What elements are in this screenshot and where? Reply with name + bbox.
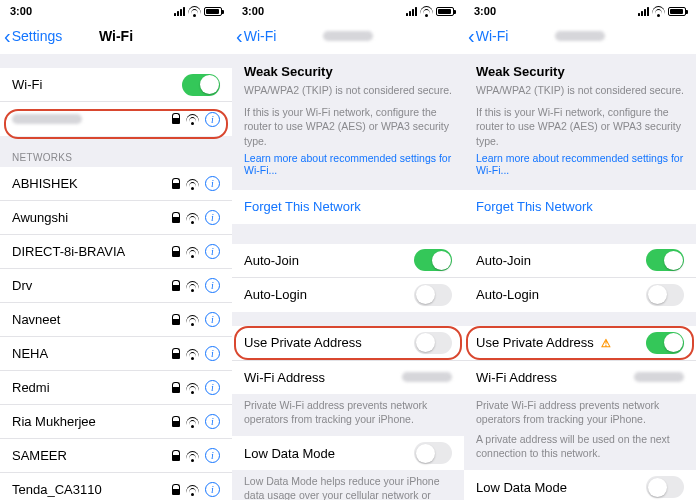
- back-button[interactable]: ‹ Wi-Fi: [468, 26, 508, 46]
- wifi-icon: [186, 417, 199, 427]
- clock: 3:00: [474, 5, 496, 17]
- network-row[interactable]: Drvi: [0, 269, 232, 303]
- lock-icon: [172, 179, 180, 189]
- auto-login-row[interactable]: Auto-Login: [464, 278, 696, 312]
- info-icon[interactable]: i: [205, 244, 220, 259]
- private-address-row[interactable]: Use Private Address: [232, 326, 464, 360]
- wifi-address-row: Wi-Fi Address: [464, 360, 696, 394]
- info-icon[interactable]: i: [205, 278, 220, 293]
- chevron-left-icon: ‹: [468, 26, 475, 46]
- wifi-address-value: [634, 372, 684, 382]
- info-icon[interactable]: i: [205, 482, 220, 497]
- wifi-toggle[interactable]: [182, 74, 220, 96]
- learn-more-link[interactable]: Learn more about recommended settings fo…: [232, 150, 464, 186]
- wifi-icon: [186, 315, 199, 325]
- auto-join-toggle[interactable]: [646, 249, 684, 271]
- wifi-icon: [186, 383, 199, 393]
- weak-security-msg: WPA/WPA2 (TKIP) is not considered secure…: [232, 79, 464, 99]
- network-name: Redmi: [12, 380, 172, 395]
- lock-icon: [172, 417, 180, 427]
- network-name: Awungshi: [12, 210, 172, 225]
- wifi-icon: [186, 451, 199, 461]
- auto-login-toggle[interactable]: [646, 284, 684, 306]
- signal-icon: [174, 7, 185, 16]
- private-address-row[interactable]: Use Private Address ⚠: [464, 326, 696, 360]
- low-data-label: Low Data Mode: [476, 480, 646, 495]
- network-row[interactable]: Redmii: [0, 371, 232, 405]
- content: Weak Security WPA/WPA2 (TKIP) is not con…: [464, 54, 696, 500]
- lock-icon: [172, 451, 180, 461]
- info-icon[interactable]: i: [205, 414, 220, 429]
- network-row[interactable]: Ria Mukherjeei: [0, 405, 232, 439]
- back-label: Wi-Fi: [476, 28, 509, 44]
- info-icon[interactable]: i: [205, 346, 220, 361]
- info-icon[interactable]: i: [205, 210, 220, 225]
- battery-icon: [668, 7, 686, 16]
- low-data-row[interactable]: Low Data Mode: [464, 470, 696, 500]
- content: Weak Security WPA/WPA2 (TKIP) is not con…: [232, 54, 464, 500]
- signal-icon: [406, 7, 417, 16]
- auto-login-label: Auto-Login: [476, 287, 646, 302]
- wifi-address-row: Wi-Fi Address: [232, 360, 464, 394]
- weak-security-hint: If this is your Wi-Fi network, configure…: [232, 99, 464, 150]
- auto-login-toggle[interactable]: [414, 284, 452, 306]
- private-address-toggle[interactable]: [646, 332, 684, 354]
- status-bar: 3:00: [232, 0, 464, 18]
- forget-network-row[interactable]: Forget This Network: [464, 190, 696, 224]
- signal-icon: [638, 7, 649, 16]
- connected-network-row[interactable]: i: [0, 102, 232, 136]
- wifi-address-label: Wi-Fi Address: [476, 370, 634, 385]
- network-name: DIRECT-8i-BRAVIA: [12, 244, 172, 259]
- wifi-address-label: Wi-Fi Address: [244, 370, 402, 385]
- network-name: SAMEER: [12, 448, 172, 463]
- network-name: Navneet: [12, 312, 172, 327]
- status-icons: [406, 6, 454, 16]
- phone-detail-on: 3:00 ‹ Wi-Fi Weak Security WPA/WPA2 (TKI…: [464, 0, 696, 500]
- network-row[interactable]: DIRECT-8i-BRAVIAi: [0, 235, 232, 269]
- low-data-hint: Low Data Mode helps reduce your iPhone d…: [232, 470, 464, 500]
- wifi-icon: [652, 6, 665, 16]
- info-icon[interactable]: i: [205, 176, 220, 191]
- status-icons: [638, 6, 686, 16]
- low-data-toggle[interactable]: [646, 476, 684, 498]
- network-row[interactable]: Navneeti: [0, 303, 232, 337]
- private-address-toggle[interactable]: [414, 332, 452, 354]
- wifi-master-row[interactable]: Wi-Fi: [0, 68, 232, 102]
- status-bar: 3:00: [464, 0, 696, 18]
- private-hint: Private Wi-Fi address prevents network o…: [232, 394, 464, 436]
- auto-join-label: Auto-Join: [244, 253, 414, 268]
- network-row[interactable]: Awungshii: [0, 201, 232, 235]
- nav-bar: ‹ Wi-Fi: [464, 18, 696, 54]
- network-row[interactable]: ABHISHEKi: [0, 167, 232, 201]
- back-button[interactable]: ‹ Wi-Fi: [236, 26, 276, 46]
- info-icon[interactable]: i: [205, 448, 220, 463]
- chevron-left-icon: ‹: [236, 26, 243, 46]
- private-address-label: Use Private Address ⚠: [476, 335, 646, 350]
- wifi-master-label: Wi-Fi: [12, 77, 182, 92]
- info-icon[interactable]: i: [205, 112, 220, 127]
- learn-more-link[interactable]: Learn more about recommended settings fo…: [464, 150, 696, 186]
- auto-join-row[interactable]: Auto-Join: [464, 244, 696, 278]
- low-data-row[interactable]: Low Data Mode: [232, 436, 464, 470]
- wifi-icon: [186, 247, 199, 257]
- clock: 3:00: [242, 5, 264, 17]
- lock-icon: [172, 247, 180, 257]
- auto-login-row[interactable]: Auto-Login: [232, 278, 464, 312]
- network-row[interactable]: SAMEERi: [0, 439, 232, 473]
- back-label: Wi-Fi: [244, 28, 277, 44]
- auto-join-toggle[interactable]: [414, 249, 452, 271]
- connected-network-name: [12, 114, 82, 124]
- info-icon[interactable]: i: [205, 380, 220, 395]
- wifi-icon: [186, 179, 199, 189]
- lock-icon: [172, 485, 180, 495]
- network-row[interactable]: Tenda_CA3110i: [0, 473, 232, 500]
- status-icons: [174, 6, 222, 16]
- network-row[interactable]: NEHAi: [0, 337, 232, 371]
- forget-network-row[interactable]: Forget This Network: [232, 190, 464, 224]
- low-data-toggle[interactable]: [414, 442, 452, 464]
- info-icon[interactable]: i: [205, 312, 220, 327]
- low-data-label: Low Data Mode: [244, 446, 414, 461]
- chevron-left-icon: ‹: [4, 26, 11, 46]
- back-button[interactable]: ‹ Settings: [4, 26, 62, 46]
- auto-join-row[interactable]: Auto-Join: [232, 244, 464, 278]
